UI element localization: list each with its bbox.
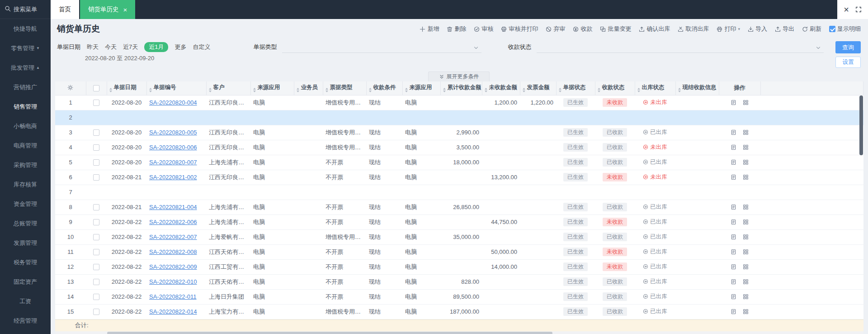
doc-number-link[interactable]: SA-20220821-004 — [149, 204, 197, 210]
sort-icon[interactable] — [297, 88, 299, 92]
toolbar-new-button[interactable]: 新增 — [420, 25, 439, 33]
select-all-checkbox[interactable] — [93, 85, 99, 91]
toolbar-import-button[interactable]: 导入 — [748, 25, 767, 33]
row-checkbox[interactable] — [93, 159, 99, 166]
row-checkbox[interactable] — [93, 129, 99, 136]
toolbar-export-button[interactable]: 导出 — [775, 25, 794, 33]
sidebar-item[interactable]: 零售管理▼ — [0, 38, 51, 58]
row-checkbox[interactable] — [93, 219, 99, 225]
doc-number-link[interactable]: SA-20220820-006 — [149, 144, 197, 151]
column-header-out_status[interactable]: 出库状态 — [635, 81, 675, 95]
sidebar-item[interactable]: 总账管理 — [0, 214, 51, 233]
sort-icon[interactable] — [637, 88, 640, 92]
doc-number-link[interactable]: SA-20220820-004 — [149, 99, 197, 106]
sort-icon[interactable] — [369, 88, 372, 92]
row-detail-icon[interactable] — [731, 249, 736, 255]
row-detail-icon[interactable] — [731, 204, 736, 210]
table-row[interactable]: 122022-08-22SA-20220822-009江西工贸有限...电脑不开… — [55, 259, 863, 274]
row-detail-icon[interactable] — [731, 159, 736, 165]
table-row[interactable]: 102022-08-22SA-20220822-007上海爱帆有限...电脑增值… — [55, 229, 863, 244]
column-header-invoice_amount[interactable]: 发票金额 — [520, 81, 556, 95]
column-header-received_total[interactable]: 累计收款金额 — [440, 81, 482, 95]
sort-icon[interactable] — [149, 88, 152, 92]
payment-status-select[interactable] — [537, 41, 824, 53]
column-header-date[interactable]: 单据日期 — [107, 81, 146, 95]
table-row[interactable]: 32022-08-20SA-20220820-005江西无印良品...电脑增值税… — [55, 125, 863, 140]
toolbar-collect-payment-button[interactable]: 收款 — [573, 25, 592, 33]
row-checkbox[interactable] — [93, 174, 99, 181]
column-header-doc_status[interactable]: 单据状态 — [556, 81, 595, 95]
column-header-idx[interactable] — [55, 81, 86, 95]
row-detail-icon[interactable] — [731, 100, 736, 105]
row-detail-icon[interactable] — [731, 219, 736, 225]
doc-number-link[interactable]: SA-20220822-008 — [149, 248, 197, 255]
column-header-ops[interactable]: 操作 — [719, 81, 760, 95]
vertical-scrollbar[interactable] — [859, 95, 863, 317]
column-header-customer[interactable]: 客户 — [206, 81, 250, 95]
gear-icon[interactable] — [67, 85, 73, 91]
sort-icon[interactable] — [678, 88, 681, 92]
row-checkbox[interactable] — [93, 144, 99, 151]
vertical-scrollbar-thumb[interactable] — [859, 95, 863, 155]
row-more-icon[interactable] — [743, 234, 749, 240]
column-header-cash_info[interactable]: 现结收款信息 — [675, 81, 719, 95]
table-row[interactable]: 52022-08-20SA-20220820-007上海先浦有限...电脑不开票… — [55, 155, 863, 170]
sidebar-item[interactable]: 批发管理▲ — [0, 58, 51, 77]
toolbar-audit-print-button[interactable]: 审核并打印 — [501, 25, 538, 33]
toolbar-discard-audit-button[interactable]: 弃审 — [546, 25, 565, 33]
horizontal-scrollbar-thumb[interactable] — [107, 332, 552, 334]
row-detail-icon[interactable] — [731, 174, 736, 180]
table-row[interactable]: 42022-08-20SA-20220820-006江西无印良品...电脑增值税… — [55, 140, 863, 155]
column-header-salesman[interactable]: 业务员 — [294, 81, 323, 95]
doc-number-link[interactable]: SA-20220822-006 — [149, 219, 197, 225]
column-header-source_app[interactable]: 来源应用 — [250, 81, 294, 95]
date-range-value[interactable]: 2022-08-20 至 2022-09-20 — [85, 54, 210, 62]
column-header-unreceived[interactable]: 未收款金额 — [482, 81, 520, 95]
tab-close-icon[interactable]: × — [123, 6, 127, 14]
sidebar-item[interactable]: 发票管理 — [0, 233, 51, 253]
row-more-icon[interactable] — [743, 279, 749, 285]
sort-icon[interactable] — [209, 88, 212, 92]
row-detail-icon[interactable] — [731, 294, 736, 300]
toolbar-show-detail-button[interactable]: 显示明细 — [829, 25, 861, 33]
toolbar-cancel-outbound-button[interactable]: 取消出库 — [678, 25, 709, 33]
row-checkbox[interactable] — [93, 100, 99, 106]
row-checkbox[interactable] — [93, 309, 99, 315]
sidebar-item[interactable]: 销售管理 — [0, 97, 51, 116]
table-row[interactable]: 82022-08-21SA-20220821-004上海先浦有限...电脑不开票… — [55, 200, 863, 215]
row-detail-icon[interactable] — [731, 129, 736, 135]
table-row[interactable]: 142022-08-22SA-20220822-011上海日升集团电脑不开票现结… — [55, 289, 863, 304]
toolbar-batch-change-button[interactable]: 批量变更 — [600, 25, 631, 33]
row-more-icon[interactable] — [743, 100, 749, 105]
row-detail-icon[interactable] — [731, 279, 736, 285]
row-more-icon[interactable] — [743, 309, 749, 315]
row-more-icon[interactable] — [743, 294, 749, 300]
sidebar-item[interactable]: 经营管理 — [0, 311, 51, 330]
sidebar-item[interactable]: 工资 — [0, 291, 51, 311]
doc-number-link[interactable]: SA-20220822-014 — [149, 308, 197, 315]
table-row[interactable]: 62022-08-21SA-20220821-002江西无印良品...电脑不开票… — [55, 170, 863, 185]
sidebar-item[interactable]: 营销推广 — [0, 77, 51, 97]
row-checkbox[interactable] — [93, 234, 99, 240]
column-header-doc_no[interactable]: 单据编号 — [146, 81, 206, 95]
sort-icon[interactable] — [109, 88, 112, 92]
row-detail-icon[interactable] — [731, 309, 736, 315]
column-header-pay_status[interactable]: 收款状态 — [595, 81, 635, 95]
table-row[interactable]: 132022-08-22SA-20220822-010江西天佑有限...电脑不开… — [55, 274, 863, 289]
expand-more-button[interactable]: 展开更多条件 — [428, 72, 490, 81]
doc-number-link[interactable]: SA-20220822-007 — [149, 234, 197, 240]
sidebar-item[interactable]: 采购管理 — [0, 155, 51, 175]
tab[interactable]: 首页 — [51, 0, 79, 19]
sidebar-search[interactable]: 搜索菜单 — [0, 0, 51, 19]
sort-icon[interactable] — [598, 88, 600, 92]
sidebar-item[interactable]: 小畅电商 — [0, 116, 51, 136]
sort-icon[interactable] — [443, 88, 446, 92]
table-row[interactable]: 112022-08-22SA-20220822-008江西天佑有限...电脑不开… — [55, 244, 863, 259]
toolbar-confirm-outbound-button[interactable]: 确认出库 — [639, 25, 670, 33]
quick-date-option[interactable]: 今天 — [105, 43, 117, 51]
quick-date-option[interactable]: 近7天 — [123, 43, 138, 51]
sort-icon[interactable] — [326, 88, 328, 92]
sort-icon[interactable] — [523, 88, 525, 92]
horizontal-scrollbar[interactable] — [55, 331, 863, 334]
row-more-icon[interactable] — [743, 204, 749, 210]
